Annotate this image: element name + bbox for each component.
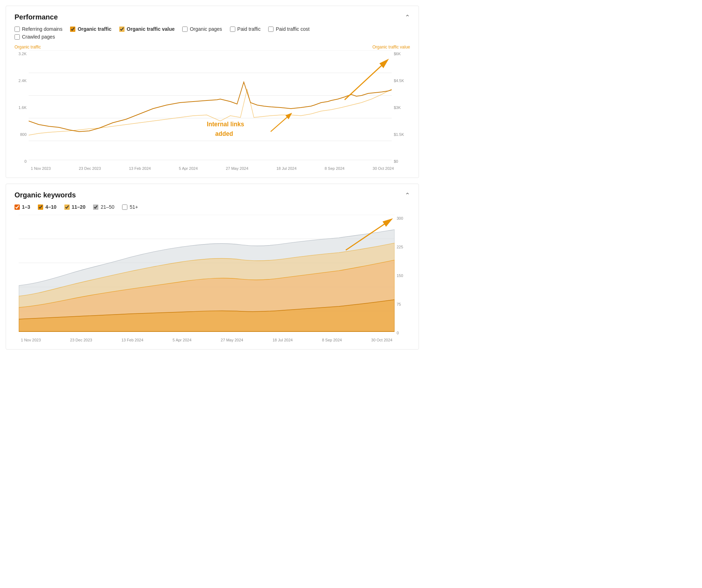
kw-y-axis-right: 300 225 150 75 0 <box>395 215 410 336</box>
kw-y-axis-spacer <box>15 215 19 336</box>
organic-keywords-chart: 300 225 150 75 0 1 Nov 2023 23 Dec 2023 … <box>15 215 410 342</box>
performance-axis-labels: Organic traffic Organic traffic value <box>15 45 410 50</box>
checkbox-crawled-pages-input[interactable] <box>15 34 20 40</box>
checkbox-kw-4-10-label: 4–10 <box>45 204 56 210</box>
performance-right-axis-label: Organic traffic value <box>373 45 410 50</box>
annotation-arrow <box>271 114 291 132</box>
checkbox-organic-traffic-value[interactable]: Organic traffic value <box>119 26 174 32</box>
checkbox-referring-domains[interactable]: Referring domains <box>15 26 62 32</box>
checkbox-paid-traffic[interactable]: Paid traffic <box>230 26 261 32</box>
checkbox-kw-11-20[interactable]: 11–20 <box>64 204 86 210</box>
checkbox-paid-traffic-cost-label: Paid traffic cost <box>276 26 309 32</box>
y-left-0: 0 <box>15 159 27 163</box>
checkbox-kw-21-50-label: 21–50 <box>100 204 114 210</box>
checkbox-crawled-pages[interactable]: Crawled pages <box>15 34 55 40</box>
y-left-800: 800 <box>15 132 27 137</box>
checkbox-paid-traffic-label: Paid traffic <box>237 26 261 32</box>
checkbox-organic-traffic-label: Organic traffic <box>77 26 111 32</box>
y-left-1600: 1.6K <box>15 105 27 110</box>
checkbox-referring-domains-input[interactable] <box>15 27 20 32</box>
checkbox-referring-domains-label: Referring domains <box>22 26 62 32</box>
kw-y-right-225: 225 <box>397 245 410 249</box>
checkbox-organic-pages-input[interactable] <box>182 27 188 32</box>
checkbox-crawled-pages-label: Crawled pages <box>22 34 55 40</box>
checkbox-kw-51plus-input[interactable] <box>122 204 127 210</box>
kw-x-label-sep24: 8 Sep 2024 <box>322 338 342 342</box>
x-label-may24: 27 May 2024 <box>226 166 248 171</box>
kw-y-right-0: 0 <box>397 331 410 335</box>
checkbox-paid-traffic-cost-input[interactable] <box>268 27 274 32</box>
y-left-3200: 3.2K <box>15 52 27 56</box>
organic-keywords-chart-body: 300 225 150 75 0 <box>15 215 410 336</box>
annotation-line2: added <box>215 130 233 138</box>
checkbox-kw-4-10-input[interactable] <box>38 204 43 210</box>
kw-x-label-dec23: 23 Dec 2023 <box>70 338 92 342</box>
kw-x-label-apr24: 5 Apr 2024 <box>173 338 191 342</box>
checkbox-organic-pages-label: Organic pages <box>190 26 222 32</box>
y-right-0: $0 <box>394 159 410 163</box>
performance-chart-svg-area: Internal links added <box>29 50 392 165</box>
organic-keywords-filters: 1–3 4–10 11–20 21–50 51+ <box>15 204 410 210</box>
organic-traffic-value-line <box>29 89 392 135</box>
performance-filters-row1: Referring domains Organic traffic Organi… <box>15 26 410 32</box>
x-label-sep24: 8 Sep 2024 <box>324 166 344 171</box>
x-label-jul24: 18 Jul 2024 <box>276 166 297 171</box>
y-left-2400: 2.4K <box>15 79 27 83</box>
checkbox-kw-21-50-input[interactable] <box>93 204 98 210</box>
performance-collapse-icon[interactable]: ⌃ <box>405 13 410 21</box>
checkbox-kw-1-3-label: 1–3 <box>22 204 30 210</box>
checkbox-organic-traffic[interactable]: Organic traffic <box>70 26 111 32</box>
annotation-line1: Internal links <box>207 121 244 128</box>
performance-chart-body: 3.2K 2.4K 1.6K 800 0 <box>15 50 410 165</box>
checkbox-kw-1-3-input[interactable] <box>15 204 20 210</box>
kw-x-label-nov23: 1 Nov 2023 <box>21 338 41 342</box>
checkbox-organic-traffic-value-input[interactable] <box>119 27 125 32</box>
performance-y-axis-right: $6K $4.5K $3K $1.5K $0 <box>392 50 410 165</box>
performance-svg: Internal links added <box>29 50 392 163</box>
x-label-oct24: 30 Oct 2024 <box>373 166 394 171</box>
checkbox-organic-traffic-value-label: Organic traffic value <box>127 26 174 32</box>
kw-y-right-300: 300 <box>397 216 410 220</box>
kw-x-label-may24: 27 May 2024 <box>221 338 243 342</box>
performance-chart: Organic traffic Organic traffic value 3.… <box>15 45 410 171</box>
checkbox-organic-traffic-input[interactable] <box>70 27 75 32</box>
kw-x-label-oct24: 30 Oct 2024 <box>371 338 392 342</box>
checkbox-kw-4-10[interactable]: 4–10 <box>38 204 56 210</box>
organic-keywords-svg-area <box>19 215 395 336</box>
y-right-6k: $6K <box>394 52 410 56</box>
organic-keywords-title: Organic keywords <box>15 191 76 199</box>
performance-header: Performance ⌃ <box>15 13 410 21</box>
checkbox-paid-traffic-input[interactable] <box>230 27 235 32</box>
checkbox-kw-21-50[interactable]: 21–50 <box>93 204 114 210</box>
performance-title: Performance <box>15 13 58 21</box>
x-label-dec23: 23 Dec 2023 <box>79 166 101 171</box>
kw-x-label-jul24: 18 Jul 2024 <box>272 338 293 342</box>
kw-x-label-feb24: 13 Feb 2024 <box>121 338 143 342</box>
performance-y-axis-left: 3.2K 2.4K 1.6K 800 0 <box>15 50 29 165</box>
checkbox-organic-pages[interactable]: Organic pages <box>182 26 222 32</box>
x-label-feb24: 13 Feb 2024 <box>129 166 151 171</box>
performance-section: Performance ⌃ Referring domains Organic … <box>6 6 419 178</box>
organic-keywords-svg <box>19 215 395 335</box>
kw-y-right-150: 150 <box>397 273 410 278</box>
y-right-15k: $1.5K <box>394 132 410 137</box>
organic-keywords-x-axis: 1 Nov 2023 23 Dec 2023 13 Feb 2024 5 Apr… <box>15 338 410 342</box>
checkbox-kw-1-3[interactable]: 1–3 <box>15 204 30 210</box>
organic-keywords-section: Organic keywords ⌃ 1–3 4–10 11–20 21–50 … <box>6 184 419 350</box>
performance-filters-row2: Crawled pages <box>15 34 410 40</box>
checkbox-kw-11-20-label: 11–20 <box>72 204 86 210</box>
checkbox-kw-51plus[interactable]: 51+ <box>122 204 138 210</box>
y-right-45k: $4.5K <box>394 79 410 83</box>
x-label-nov23: 1 Nov 2023 <box>31 166 51 171</box>
kw-y-right-75: 75 <box>397 302 410 306</box>
checkbox-kw-11-20-input[interactable] <box>64 204 70 210</box>
x-label-apr24: 5 Apr 2024 <box>179 166 198 171</box>
performance-x-axis: 1 Nov 2023 23 Dec 2023 13 Feb 2024 5 Apr… <box>15 166 410 171</box>
checkbox-paid-traffic-cost[interactable]: Paid traffic cost <box>268 26 309 32</box>
organic-keywords-collapse-icon[interactable]: ⌃ <box>405 191 410 199</box>
y-right-3k: $3K <box>394 105 410 110</box>
performance-left-axis-label: Organic traffic <box>15 45 41 50</box>
organic-keywords-header: Organic keywords ⌃ <box>15 191 410 199</box>
checkbox-kw-51plus-label: 51+ <box>130 204 138 210</box>
